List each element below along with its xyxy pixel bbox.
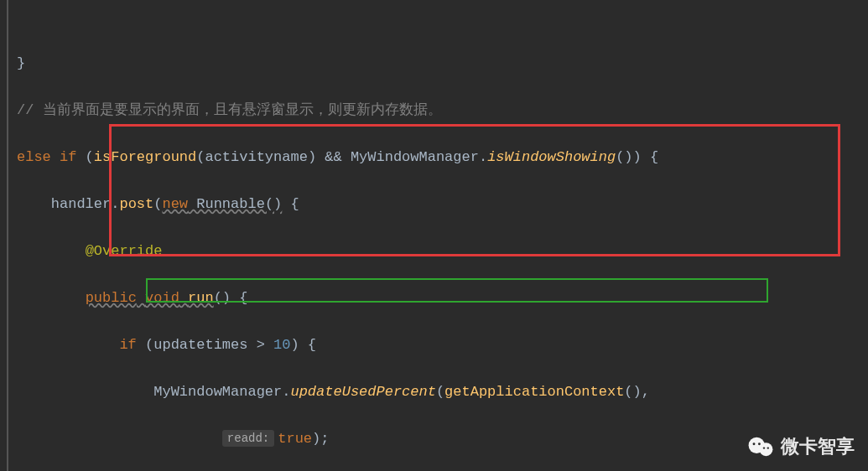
- id: handler: [51, 196, 111, 212]
- code-line: readd:true);: [17, 427, 868, 451]
- code-line: MyWindowManager.updateUsedPercent(getApp…: [17, 380, 868, 404]
- t: ) &&: [308, 149, 351, 165]
- param-hint: readd:: [222, 430, 274, 447]
- code-line: @Override: [17, 240, 868, 263]
- t: ) {: [290, 337, 316, 353]
- annotation: @Override: [86, 243, 163, 259]
- kw-true: true: [278, 431, 312, 447]
- cls: MyWindowManager: [351, 149, 479, 165]
- t: (: [196, 149, 205, 165]
- m: run: [188, 290, 214, 306]
- t: [179, 290, 188, 306]
- t: {: [282, 196, 299, 212]
- code-line: // 当前界面是要显示的界面，且有悬浮窗显示，则更新内存数据。: [17, 99, 868, 122]
- cls: MyWindowManager: [153, 384, 282, 400]
- kw-else: else: [17, 149, 51, 165]
- code-line: public void run() {: [17, 287, 868, 310]
- t: [137, 290, 145, 306]
- t: (: [137, 337, 153, 353]
- t: (: [436, 384, 444, 400]
- code-line: else if (isForeground(activityname) && M…: [17, 146, 868, 169]
- code-line: if (updatetimes > 10) {: [17, 334, 868, 357]
- kw: public: [86, 290, 137, 306]
- code-line: }: [17, 52, 868, 75]
- t: Runnable(): [188, 196, 282, 212]
- t: () {: [214, 290, 248, 306]
- t: (: [153, 196, 162, 212]
- num: 10: [273, 337, 290, 353]
- kw: void: [145, 290, 179, 306]
- t: .: [282, 384, 290, 400]
- t: .: [111, 196, 119, 212]
- t: ()) {: [616, 149, 658, 165]
- kw-new: new: [162, 196, 188, 212]
- m: updateUsedPercent: [290, 384, 435, 400]
- t: (),: [624, 384, 650, 400]
- kw-if: if: [51, 149, 77, 165]
- m: post: [119, 196, 153, 212]
- m: getApplicationContext: [444, 384, 624, 400]
- t: );: [312, 431, 329, 447]
- code-editor[interactable]: } // 当前界面是要显示的界面，且有悬浮窗显示，则更新内存数据。 else i…: [0, 0, 868, 471]
- comment: // 当前界面是要显示的界面，且有悬浮窗显示，则更新内存数据。: [17, 102, 442, 118]
- t: .: [479, 149, 487, 165]
- t: (: [76, 149, 93, 165]
- param: activityname: [205, 149, 307, 165]
- t: }: [17, 55, 25, 71]
- kw-if: if: [119, 337, 136, 353]
- m: isForeground: [94, 149, 196, 165]
- code-line: handler.post(new Runnable() {: [17, 193, 868, 216]
- m: isWindowShowing: [487, 149, 616, 165]
- t: >: [247, 337, 273, 353]
- id: updatetimes: [153, 337, 247, 353]
